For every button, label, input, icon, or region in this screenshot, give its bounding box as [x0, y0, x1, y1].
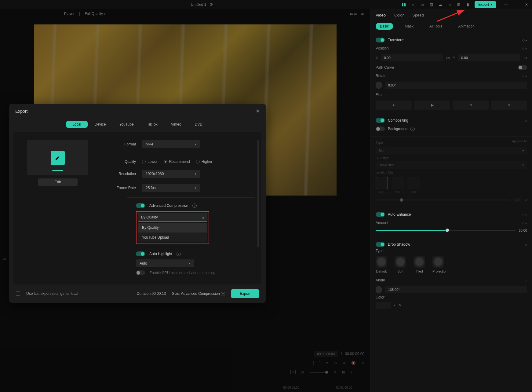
zoom-slider[interactable] — [310, 372, 328, 373]
grid-icon[interactable]: ⊞ — [456, 2, 461, 7]
export-tab-youtube[interactable]: YouTube — [112, 121, 140, 128]
enhance-toggle[interactable] — [376, 212, 385, 217]
compare-icon[interactable]: ▭▭ — [351, 11, 356, 16]
layers-icon[interactable]: ▮ — [465, 2, 470, 7]
export-tab-vimeo[interactable]: Vimeo — [164, 121, 188, 128]
compositing-toggle[interactable] — [376, 118, 385, 123]
settings-icon[interactable]: ⚙ — [342, 361, 346, 365]
tab-color[interactable]: Color — [394, 13, 404, 20]
chevron-down-icon[interactable]: ▾ — [394, 304, 395, 307]
keyframe-icon[interactable]: ◇ ▸ — [522, 47, 527, 50]
apply-all-button[interactable]: Apply to All — [512, 140, 527, 146]
scrollbar[interactable] — [257, 140, 259, 247]
background-toggle[interactable] — [376, 126, 385, 131]
bg-type-select[interactable]: Blur▾ — [376, 147, 527, 155]
flip-vertical-button[interactable]: ▶ — [414, 101, 450, 110]
zoom-in-icon[interactable]: ⊕ — [333, 370, 337, 374]
help-icon[interactable]: ? — [410, 127, 415, 131]
export-button[interactable]: Export ▾ — [475, 1, 496, 8]
blur-value[interactable]: 20 — [513, 198, 522, 202]
headphones-icon[interactable]: ♫ — [447, 2, 452, 7]
minimize-icon[interactable]: — — [503, 2, 508, 7]
flip-horizontal-button[interactable]: ▲ — [376, 101, 412, 110]
use-last-checkbox[interactable] — [16, 291, 20, 296]
shadow-tiled[interactable] — [414, 256, 425, 268]
player-tab[interactable]: Player — [64, 12, 75, 16]
angle-knob[interactable] — [376, 286, 382, 293]
angle-input[interactable] — [385, 286, 527, 293]
quality-dropdown[interactable]: Full Quality ▾ — [85, 12, 105, 16]
blur-thumb-60[interactable] — [407, 177, 420, 189]
help-icon[interactable]: ? — [192, 203, 197, 208]
help-icon[interactable]: ? — [221, 292, 225, 296]
cloud-sync-icon[interactable]: ⟳ — [209, 2, 214, 7]
screen-icon[interactable]: ▭ — [333, 361, 337, 365]
gpu-toggle[interactable] — [136, 270, 145, 275]
quality-recommend[interactable]: Recommend — [164, 159, 190, 164]
position-y-input[interactable] — [458, 54, 520, 61]
blur-style-select[interactable]: Basic Blue▾ — [376, 161, 527, 169]
close-icon[interactable]: ✕ — [256, 108, 260, 114]
tool-icon[interactable]: ▭ — [2, 257, 6, 261]
framerate-select[interactable]: 25 fps▾ — [142, 184, 200, 192]
blur-slider[interactable] — [376, 200, 510, 200]
current-timecode[interactable]: 00:00:00:00 — [314, 351, 338, 357]
close-icon[interactable]: ✕ — [524, 2, 529, 7]
export-tab-device[interactable]: Device — [88, 121, 113, 128]
dropdown-icon[interactable]: ▾ — [351, 371, 352, 374]
shadow-soft[interactable] — [395, 256, 406, 268]
zoom-out-icon[interactable]: ⊖ — [301, 370, 304, 374]
rotate-ccw-button[interactable]: ↺ — [491, 101, 527, 110]
format-select[interactable]: MP4▾ — [142, 140, 200, 148]
subtab-aitools[interactable]: AI Tools — [425, 23, 446, 30]
color-swatch[interactable] — [376, 302, 391, 309]
eyedropper-icon[interactable]: ✎ — [399, 303, 402, 307]
maximize-icon[interactable]: ◻ — [514, 2, 519, 7]
keyframe-icon[interactable]: ◇ — [525, 243, 527, 246]
do-export-button[interactable]: Export — [231, 289, 259, 298]
highlight-select[interactable]: Auto▾ — [136, 259, 194, 267]
position-x-input[interactable] — [381, 54, 443, 61]
export-tab-tiktok[interactable]: TikTok — [140, 121, 164, 128]
blur-thumb-20[interactable] — [376, 177, 388, 189]
adv-compression-toggle[interactable] — [136, 203, 145, 208]
amount-slider[interactable] — [376, 230, 516, 231]
compression-select[interactable]: By Quality ▴ — [138, 213, 207, 222]
keyframe-icon[interactable]: ◇ ▸ — [522, 221, 527, 225]
keyframe-icon[interactable]: ◇ — [525, 279, 527, 282]
record-icon[interactable]: ○ — [410, 2, 415, 7]
quality-lower[interactable]: Lower — [142, 159, 158, 164]
keyframe-icon[interactable]: ◇ — [525, 119, 527, 122]
cloud-icon[interactable]: ☁ — [438, 2, 443, 7]
edit-thumbnail-button[interactable]: Edit — [38, 178, 78, 186]
shadow-default[interactable] — [376, 256, 387, 268]
compression-opt-quality[interactable]: By Quality — [138, 223, 207, 233]
image-icon[interactable]: ▤ — [429, 2, 434, 7]
rotate-input[interactable] — [385, 82, 527, 89]
reset-icon[interactable]: ↺ — [525, 198, 527, 202]
resolution-select[interactable]: 1920x1080▾ — [142, 170, 200, 178]
auto-highlight-toggle[interactable] — [136, 251, 145, 256]
export-tab-dvd[interactable]: DVD — [188, 121, 209, 128]
mute-icon[interactable]: 🔇 — [351, 361, 356, 365]
export-tab-local[interactable]: Local — [66, 121, 88, 128]
keyframe-icon[interactable]: ◇ ▸ — [522, 74, 527, 78]
rotate-cw-button[interactable]: ↻ — [453, 101, 489, 110]
subtab-mask[interactable]: Mask — [400, 23, 418, 30]
expand-icon[interactable]: ⤢ — [361, 361, 364, 365]
subtab-animation[interactable]: Animation — [454, 23, 479, 30]
keyframe-icon[interactable]: ◇ ▸ — [522, 213, 527, 216]
bracket-out-icon[interactable]: } — [319, 361, 321, 365]
help-icon[interactable]: ? — [177, 252, 181, 256]
grid-view-icon[interactable]: ⊞ — [342, 370, 345, 374]
marker-icon[interactable]: ▿ — [326, 361, 328, 365]
shadow-toggle[interactable] — [376, 242, 385, 247]
keyframe-icon[interactable]: ◇ ▸ — [522, 38, 527, 42]
quality-higher[interactable]: Higher — [196, 159, 212, 164]
bracket-in-icon[interactable]: { — [313, 361, 314, 365]
rotate-knob[interactable] — [376, 82, 382, 89]
transform-toggle[interactable] — [376, 38, 385, 42]
display-icon[interactable]: ▭ — [420, 2, 425, 7]
snapshot-icon[interactable]: ▭ — [359, 11, 364, 16]
tab-speed[interactable]: Speed — [412, 13, 424, 20]
